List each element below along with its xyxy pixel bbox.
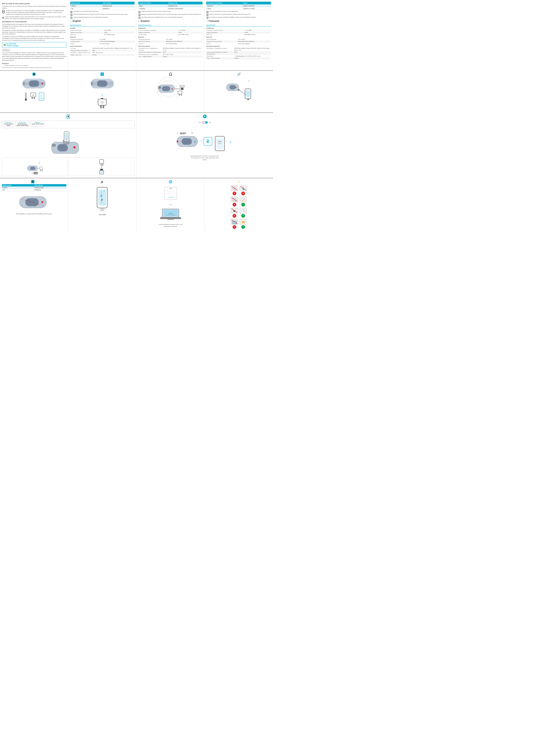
bt-range-label: Range [70, 43, 99, 45]
phone-outline-icon: 📱 [66, 115, 70, 119]
battery-full: Full [70, 7, 102, 10]
bt-spec-label: Bluetooth specification [70, 38, 99, 40]
gen-specs-table-en: AC powerGPF241DA-102HB-1 Input 100 -240V… [70, 47, 134, 56]
svg-text:OFF ON: OFF ON [52, 145, 56, 146]
svg-rect-73 [181, 94, 182, 96]
check-x-6: ✓ [241, 214, 245, 218]
rated-output-label: Rated Output Power [70, 29, 104, 31]
x-icon-7: ✕ [232, 225, 236, 229]
svg-text:~: ~ [43, 199, 44, 201]
svg-point-177 [41, 201, 43, 203]
env-para: Tout emballage superflu a été supprimé. … [2, 23, 66, 29]
warning-icon-top: ⚠ [237, 180, 240, 183]
mute-note: The speaker is mute when the battery lev… [73, 11, 98, 12]
fr-led-header: Voyant [242, 2, 271, 5]
svg-point-147 [177, 141, 178, 142]
svg-rect-109 [40, 167, 42, 170]
batt-led-header: LED indicator [34, 184, 66, 187]
svg-text:((: (( [177, 132, 178, 134]
svg-text:Ƀ: Ƀ [206, 139, 209, 144]
speaker-drawing-1 [22, 78, 46, 89]
warn-cell-7: ✕ [231, 219, 238, 229]
switch-onoff-row: OFF ON [198, 121, 211, 124]
led-indicator-es-header: Indicador LED [167, 2, 202, 5]
ipod-nano-storage: 16GB [4, 125, 13, 126]
switch-knob [205, 121, 207, 123]
svg-text:♪: ♪ [229, 139, 231, 144]
svg-rect-88 [66, 140, 67, 140]
svg-point-15 [32, 85, 32, 85]
french-col: Puissance de la batterie Voyant Moyenne … [205, 2, 272, 69]
fr-power-val: 10 W [234, 51, 271, 55]
warn-cell-4: 🧹 ✓ [239, 197, 247, 207]
led-parpadeo: Parpadeo lento [167, 5, 202, 7]
gen-specs-fr: Alimentation CA (adaptateur secteur)GPF2… [206, 47, 271, 59]
svg-text:Pairing: Pairing [218, 143, 221, 144]
svg-rect-80 [247, 99, 249, 100]
english-arrow: ↙ [70, 20, 72, 23]
phone-icon-circle: 📱 [32, 72, 36, 76]
compat-row-1: iPod nano 7th generation 16GB iPod touch… [3, 121, 134, 127]
svg-point-143 [186, 143, 187, 143]
mise-au-rebut-title: Mise au rebut de votre ancien produit [2, 2, 66, 5]
ipod-label: iPod [3, 50, 5, 51]
bt-specs-table-en: Bluetooth specificationV2.1+EDR Frequenc… [70, 38, 134, 45]
note-badge-bt: ⓪ [70, 14, 73, 16]
led-flashing: Flashing slowly [102, 5, 134, 7]
warn-cell-2: 💧 ✕ [239, 185, 247, 195]
warn-figure-4: 🧹 [239, 197, 247, 202]
svg-point-128 [183, 140, 183, 140]
batt-steady-row: Steadily on [34, 189, 66, 191]
svg-point-39 [102, 82, 103, 82]
es-note2-badge: ⓪ [138, 14, 141, 16]
es-dims-label: Dimensiones de alto y profundidad [138, 53, 162, 56]
svg-point-6 [35, 82, 36, 82]
svg-point-134 [183, 141, 183, 142]
check-x-3: ✕ [232, 203, 236, 207]
svg-text:BEEP: BEEP [180, 132, 186, 135]
check-x-5: ✕ [232, 214, 236, 218]
bc-note-text: Ne jetez pas ce produit avec les ordures… [6, 10, 67, 15]
gen-title-en: General information [70, 45, 134, 47]
left-arrow: ← [168, 202, 173, 207]
rated-output-val: 2X3 W RMS [104, 29, 135, 31]
phone-sun-icon: 📱 [31, 180, 34, 183]
fr-bt-freq-label: Fréquence de transmission [206, 40, 237, 42]
warn-figure-1: ☀ [231, 185, 238, 191]
svg-point-41 [105, 82, 105, 82]
ipod-touch-storage: 16GB 32GB 64GB [16, 125, 28, 126]
es-note3-badge: ⚙ [138, 17, 141, 19]
svg-text:))): ))) [191, 132, 193, 134]
svg-point-96 [59, 147, 59, 148]
fr-dims-val: – Unité principale (l x H x P) 310 x 105… [234, 55, 271, 57]
svg-point-161 [30, 200, 31, 200]
gear-icon-panel2: ⚙ [100, 72, 104, 76]
bt-zone-diagram: 10V DC [156, 77, 185, 98]
battery-mute-text: The speaker is mute when the battery lev… [16, 213, 52, 215]
weight-val: 0,45 kg [92, 54, 134, 56]
env-title: Informations sur l'environnement [2, 21, 66, 23]
svg-rect-22 [25, 92, 26, 99]
svg-rect-1 [29, 80, 39, 87]
svg-text:philips: philips [168, 213, 173, 214]
english-header: ↙ English [70, 19, 134, 23]
warn-cell-6: 🧻 ✓ [239, 208, 247, 218]
on-off-switch[interactable] [202, 121, 208, 124]
svg-point-99 [63, 147, 63, 148]
batt-power-header: Battery power [2, 184, 34, 187]
svg-rect-57 [103, 105, 104, 108]
svg-rect-58 [101, 101, 104, 104]
speaker-drawing-2 [90, 78, 115, 89]
svg-point-90 [59, 146, 59, 146]
svg-rect-201 [167, 219, 174, 220]
es-ac-label: Alimentación de CA (adaptador de corrien… [138, 47, 162, 51]
svg-point-135 [184, 141, 184, 142]
svg-point-17 [34, 85, 35, 85]
on-label: ON [209, 122, 211, 123]
fr-ac-val: GPF241DA-102HB-1 Entrée: 100-240V~ 50/60… [234, 47, 271, 51]
svg-point-129 [184, 140, 184, 140]
svg-point-164 [34, 200, 35, 200]
svg-text:0000: 0000 [218, 141, 221, 142]
svg-rect-64 [162, 86, 170, 91]
svg-rect-27 [34, 97, 35, 99]
